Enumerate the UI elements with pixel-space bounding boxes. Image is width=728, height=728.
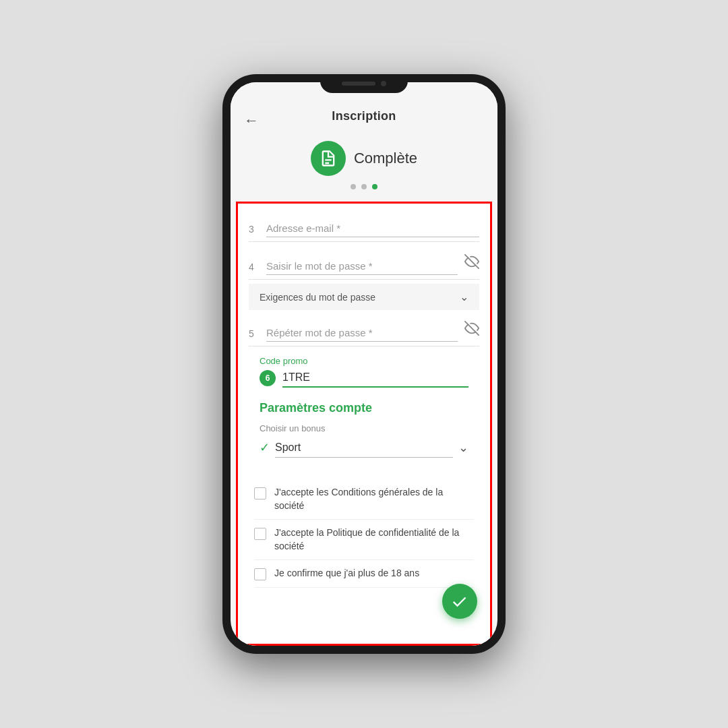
- document-icon: [319, 149, 338, 168]
- form-inner: 3 4: [238, 204, 490, 471]
- screen: ← Inscription Complète: [231, 82, 497, 646]
- complete-label: Complète: [354, 150, 417, 167]
- checkbox-2[interactable]: [254, 528, 266, 540]
- complete-section: Complète: [231, 130, 497, 202]
- password-input[interactable]: [266, 257, 458, 275]
- password-input-wrapper: [266, 257, 458, 275]
- promo-label: Code promo: [260, 356, 468, 366]
- password-req-label: Exigences du mot de passe: [260, 292, 375, 303]
- dot-3: [372, 184, 377, 189]
- bonus-select[interactable]: Sport Casino Poker: [275, 437, 453, 458]
- field-4-number: 4: [249, 262, 260, 272]
- repeat-password-field-row: 5: [249, 313, 479, 346]
- email-field-row: 3: [249, 212, 479, 242]
- chevron-down-icon: ⌄: [460, 291, 468, 303]
- checkbox-3-text: Je confirme que j'ai plus de 18 ans: [274, 567, 419, 580]
- field-5-number: 5: [249, 328, 260, 339]
- dot-2: [361, 184, 367, 189]
- screen-content: ← Inscription Complète: [231, 82, 497, 646]
- repeat-password-visibility-icon[interactable]: [464, 321, 479, 339]
- notch: [320, 74, 408, 93]
- password-requirements-toggle[interactable]: Exigences du mot de passe ⌄: [249, 284, 479, 310]
- password-visibility-icon[interactable]: [464, 254, 479, 272]
- camera: [381, 81, 386, 86]
- field-3-number: 3: [249, 224, 260, 235]
- repeat-password-input[interactable]: [266, 324, 458, 342]
- checkbox-2-text: J'accepte la Politique de confidentialit…: [274, 526, 474, 553]
- checkbox-1-text: J'accepte les Conditions générales de la…: [274, 486, 474, 512]
- check-icon: [450, 592, 469, 611]
- email-input[interactable]: [266, 220, 479, 237]
- promo-section: Code promo 6: [249, 351, 479, 393]
- bonus-row: ✓ Sport Casino Poker ⌄: [260, 437, 468, 458]
- form-section: 3 4: [236, 202, 492, 646]
- bonus-label: Choisir un bonus: [260, 423, 468, 433]
- speaker: [342, 82, 375, 86]
- dot-1: [351, 184, 356, 189]
- phone-frame: ← Inscription Complète: [222, 74, 506, 654]
- checkbox-row-1: J'accepte les Conditions générales de la…: [254, 479, 474, 520]
- checkbox-row-3: Je confirme que j'ai plus de 18 ans: [254, 560, 474, 588]
- params-title: Paramètres compte: [260, 401, 468, 415]
- bonus-check-icon: ✓: [260, 440, 270, 455]
- promo-field-number: 6: [260, 370, 276, 386]
- password-field-row: 4: [249, 246, 479, 280]
- repeat-password-wrapper: [266, 324, 458, 342]
- checkbox-row-2: J'accepte la Politique de confidentialit…: [254, 520, 474, 560]
- checkbox-section: J'accepte les Conditions générales de la…: [243, 471, 485, 596]
- checkbox-1[interactable]: [254, 487, 266, 499]
- submit-fab-button[interactable]: [442, 584, 477, 619]
- checkbox-3[interactable]: [254, 568, 266, 580]
- back-button[interactable]: ←: [244, 112, 259, 129]
- params-section: Paramètres compte Choisir un bonus ✓ Spo…: [249, 393, 479, 463]
- email-input-wrapper: [266, 220, 479, 237]
- promo-row: 6: [260, 369, 468, 388]
- bonus-chevron-icon: ⌄: [458, 440, 468, 455]
- complete-wrapper: Complète: [311, 141, 417, 176]
- step-indicator: [351, 176, 377, 195]
- promo-input[interactable]: [282, 369, 468, 388]
- complete-icon: [311, 141, 346, 176]
- page-title: Inscription: [332, 109, 396, 123]
